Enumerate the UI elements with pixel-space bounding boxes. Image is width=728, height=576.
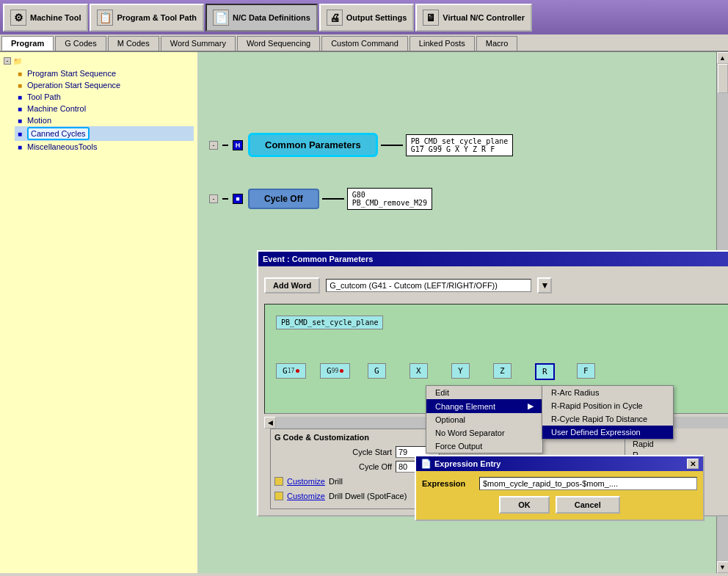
machine-tool-icon: ⚙ [10, 10, 26, 26]
tree-item-tool-path[interactable]: ■ Tool Path [15, 91, 194, 103]
menu-optional[interactable]: Optional [426, 413, 542, 426]
program-start-icon: ■ [15, 68, 25, 79]
expr-dialog-title: 📄 Expression Entry ✕ [416, 456, 703, 471]
tab-bar: Program G Codes M Codes Word Summary Wor… [0, 34, 728, 52]
hscroll-left[interactable]: ◀ [264, 417, 276, 429]
tab-macro[interactable]: Macro [476, 36, 518, 51]
tree-item-machine-control[interactable]: ■ Machine Control [15, 103, 194, 114]
word-select-dropdown[interactable]: ▼ [537, 277, 552, 294]
menu-no-word-sep[interactable]: No Word Separator [426, 426, 542, 440]
g-chip[interactable]: G [368, 363, 386, 379]
output-settings-icon: 🖨 [327, 10, 343, 26]
machine-tool-btn[interactable]: ⚙ Machine Tool [3, 4, 88, 32]
cycle-off-label: Cycle Off [274, 462, 392, 471]
tree-item-motion[interactable]: ■ Motion [15, 114, 194, 126]
canned-cycles-icon: ■ [15, 128, 25, 139]
common-params-expand[interactable]: - [209, 141, 218, 150]
motion-icon: ■ [15, 115, 25, 125]
submenu-cycle-rapid[interactable]: R-Cycle Rapid To Distance [542, 412, 673, 426]
z-chip[interactable]: Z [493, 363, 512, 379]
g17-chip[interactable]: G17 [276, 363, 306, 379]
common-params-node: - H Common Parameters PB_CMD_set_cycle_p… [209, 133, 513, 157]
top-toolbar: ⚙ Machine Tool 📋 Program & Tool Path 📄 N… [0, 0, 728, 34]
misc-tools-icon: ■ [15, 142, 25, 152]
event-dialog-title: Event : Common Parameters ✕ [258, 252, 728, 266]
add-word-btn[interactable]: Add Word [264, 277, 320, 294]
expr-ok-btn[interactable]: OK [499, 496, 550, 514]
tab-gcodes[interactable]: G Codes [55, 36, 106, 51]
customize-drill-link[interactable]: Customize [287, 477, 325, 486]
g99-chip[interactable]: G99 [320, 363, 350, 379]
common-params-box[interactable]: Common Parameters [248, 133, 378, 157]
op-start-icon: ■ [15, 80, 25, 90]
program-tool-path-icon: 📋 [97, 10, 113, 26]
r-chip[interactable]: R [535, 363, 555, 380]
cycle-off-expand[interactable]: - [209, 194, 218, 203]
machine-control-icon: ■ [15, 103, 25, 114]
tab-word-sequencing[interactable]: Word Sequencing [237, 36, 320, 51]
submenu-rapid-position[interactable]: R-Rapid Position in Cycle [542, 399, 673, 412]
cycle-off-box[interactable]: Cycle Off [248, 189, 319, 209]
add-word-row: Add Word ▼ ✕ [264, 272, 728, 298]
tab-word-summary[interactable]: Word Summary [161, 36, 236, 51]
tab-mcodes[interactable]: M Codes [108, 36, 159, 51]
customize-dwell-link[interactable]: Customize [287, 492, 325, 500]
expr-dialog-close[interactable]: ✕ [687, 459, 699, 469]
nc-data-definitions-btn[interactable]: 📄 N/C Data Definitions [205, 4, 318, 32]
customize-drill-checkbox[interactable] [274, 477, 283, 486]
expr-input[interactable] [479, 477, 697, 490]
tab-linked-posts[interactable]: Linked Posts [410, 36, 475, 51]
tab-program[interactable]: Program [1, 36, 54, 51]
program-tool-path-btn[interactable]: 📋 Program & Tool Path [90, 4, 204, 32]
submenu: R-Arc Radius R-Rapid Position in Cycle R… [542, 385, 674, 440]
submenu-user-defined[interactable]: User Defined Expression [542, 426, 673, 439]
tree-item-canned-cycles[interactable]: ■ Canned Cycles [15, 126, 194, 141]
y-chip[interactable]: Y [451, 363, 470, 379]
scroll-thumb[interactable] [718, 64, 728, 93]
customize-dwell-field: Drill Dwell (SpotFace) [329, 492, 417, 500]
submenu-arc-radius[interactable]: R-Arc Radius [542, 386, 673, 399]
virtual-nc-btn[interactable]: 🖥 Virtual N/C Controller [415, 4, 532, 32]
expr-dialog-content: Expression OK Cancel [416, 471, 703, 520]
tree-expand-root[interactable]: - [4, 57, 11, 65]
output-settings-btn[interactable]: 🖨 Output Settings [319, 4, 415, 32]
word-select-input[interactable] [326, 279, 531, 292]
virtual-nc-icon: 🖥 [423, 10, 439, 26]
left-panel: - 📁 ■ Program Start Sequence ■ Operation… [0, 52, 198, 573]
cmd2-box: G80 PB_CMD_remove_M29 [347, 188, 432, 210]
scroll-down-arrow[interactable]: ▼ [717, 561, 729, 573]
nc-data-icon: 📄 [213, 10, 229, 26]
f-chip[interactable]: F [577, 363, 595, 379]
menu-force-output[interactable]: Force Output [426, 440, 542, 453]
cycle-start-label: Cycle Start [274, 448, 392, 456]
pb-cmd-chip[interactable]: PB_CMD_set_cycle_plane [276, 316, 383, 329]
cycle-rapid-label: Rapid [633, 440, 728, 448]
tool-path-icon: ■ [15, 92, 25, 102]
tree-item-op-start[interactable]: ■ Operation Start Sequence [15, 79, 194, 91]
expr-dialog: 📄 Expression Entry ✕ Expression OK Cance… [415, 455, 705, 521]
menu-change-element[interactable]: Change Element ▶ [426, 399, 542, 413]
tab-custom-command[interactable]: Custom Command [321, 36, 408, 51]
customize-drill-field: Drill [329, 477, 417, 486]
expr-btn-row: OK Cancel [422, 496, 697, 514]
x-chip[interactable]: X [410, 363, 428, 379]
expr-label: Expression [422, 479, 473, 488]
expr-dialog-icon: 📄 [421, 459, 432, 469]
customize-dwell-checkbox[interactable] [274, 492, 283, 500]
cmd1-box: PB_CMD_set_cycle_plane G17 G99 G X Y Z R… [406, 134, 513, 156]
scroll-up-arrow[interactable]: ▲ [717, 52, 729, 64]
context-menu: Edit Change Element ▶ Optional No Word S… [426, 385, 543, 453]
cycle-off-node: - ■ Cycle Off G80 PB_CMD_remove_M29 [209, 188, 432, 210]
tree-item-program-start[interactable]: ■ Program Start Sequence [15, 68, 194, 79]
expr-row: Expression [422, 477, 697, 490]
tree-item-misc-tools[interactable]: ■ MiscellaneousTools [15, 141, 194, 153]
menu-edit[interactable]: Edit [426, 386, 542, 399]
root-icon: 📁 [12, 56, 23, 66]
expr-cancel-btn[interactable]: Cancel [556, 496, 620, 514]
